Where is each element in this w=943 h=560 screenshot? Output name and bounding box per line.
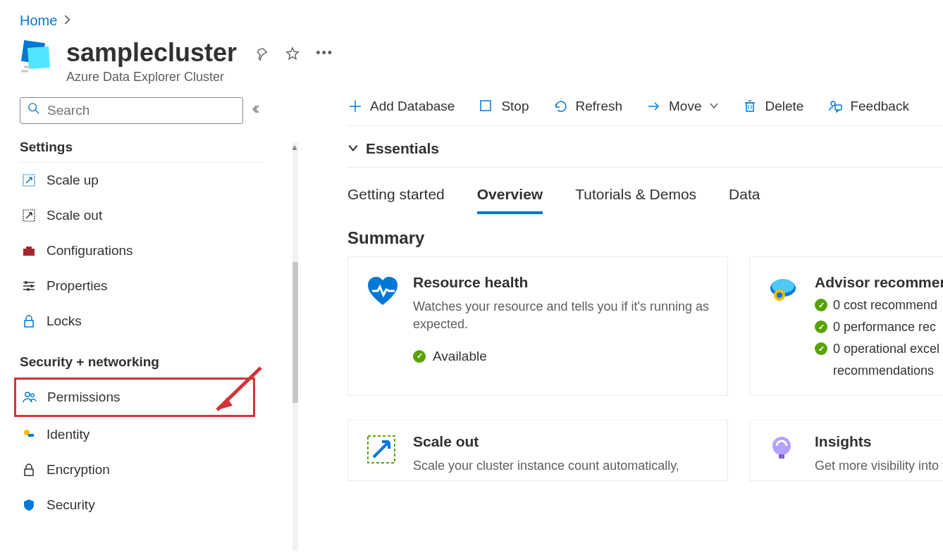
svg-point-36 <box>777 292 782 298</box>
svg-point-31 <box>831 101 835 106</box>
configurations-icon <box>21 243 37 259</box>
sidebar-item-configurations[interactable]: Configurations <box>20 233 263 268</box>
advisor-icon <box>767 274 802 309</box>
toolbar-label: Move <box>669 99 701 114</box>
star-icon[interactable] <box>285 46 300 61</box>
pin-icon[interactable] <box>254 46 269 61</box>
card-desc: Get more visibility into t <box>815 457 943 475</box>
chevron-down-icon <box>709 99 719 114</box>
svg-point-38 <box>772 437 791 455</box>
essentials-toggle[interactable]: Essentials <box>347 126 943 168</box>
toolbar-label: Add Database <box>370 99 455 114</box>
more-icon[interactable]: ••• <box>316 46 331 61</box>
move-button[interactable]: Move <box>646 99 718 114</box>
heart-pulse-icon <box>365 274 400 309</box>
card-title: Scale out <box>413 433 679 450</box>
advisor-item: ✓0 cost recommend <box>815 298 943 313</box>
stop-button[interactable]: Stop <box>479 99 529 114</box>
breadcrumb-home[interactable]: Home <box>20 13 57 29</box>
sidebar-item-label: Properties <box>47 278 108 294</box>
permissions-icon <box>22 390 37 405</box>
svg-rect-1 <box>27 46 50 69</box>
svg-line-5 <box>36 111 39 114</box>
search-input-wrap[interactable] <box>20 97 243 124</box>
advisor-item: ✓0 performance rec <box>815 320 943 335</box>
scroll-up-arrow-icon[interactable]: ▲ <box>290 142 299 152</box>
cluster-icon <box>20 39 55 74</box>
chevron-right-icon <box>64 15 71 27</box>
svg-rect-20 <box>28 434 34 437</box>
page-header: samplecluster Azure Data Explorer Cluste… <box>0 29 943 97</box>
card-title: Insights <box>815 433 943 450</box>
toolbar-label: Stop <box>501 99 529 114</box>
advisor-item: recommendations <box>815 363 943 378</box>
svg-rect-39 <box>779 454 784 459</box>
card-desc: Watches your resource and tells you if i… <box>413 298 710 333</box>
tab-overview[interactable]: Overview <box>477 186 543 214</box>
tab-data[interactable]: Data <box>729 186 760 214</box>
add-database-button[interactable]: Add Database <box>347 99 455 114</box>
sidebar-item-scale-up[interactable]: Scale up <box>20 163 263 198</box>
toolbar: Add Database Stop Refresh Move <box>347 99 943 126</box>
status-text: Available <box>433 349 487 364</box>
main-content: Add Database Stop Refresh Move <box>263 97 943 481</box>
sidebar-item-permissions[interactable]: Permissions <box>14 378 255 417</box>
check-icon: ✓ <box>815 299 827 311</box>
feedback-button[interactable]: Feedback <box>827 99 908 114</box>
properties-icon <box>21 278 37 294</box>
search-icon <box>27 102 40 118</box>
stop-icon <box>479 99 494 114</box>
scale-out-card[interactable]: Scale out Scale your cluster instance co… <box>347 420 728 481</box>
sidebar-group-security: Security + networking <box>20 339 263 378</box>
sidebar-item-security[interactable]: Security <box>20 487 263 523</box>
insights-card[interactable]: Insights Get more visibility into t <box>749 420 943 481</box>
collapse-sidebar-icon[interactable] <box>252 104 263 118</box>
svg-rect-21 <box>25 469 33 475</box>
encryption-icon <box>21 462 37 478</box>
svg-point-15 <box>27 288 30 291</box>
identity-icon <box>21 427 37 442</box>
page-title: samplecluster <box>66 39 237 67</box>
scale-up-icon <box>21 173 37 188</box>
svg-point-13 <box>30 285 33 287</box>
chevron-down-icon <box>347 140 359 157</box>
tabs: Getting started Overview Tutorials & Dem… <box>347 168 943 214</box>
card-title: Resource health <box>413 274 710 291</box>
sidebar-item-scale-out[interactable]: Scale out <box>20 198 263 233</box>
page-subtitle: Azure Data Explorer Cluster <box>66 70 237 85</box>
card-desc: Scale your cluster instance count automa… <box>413 457 679 475</box>
svg-point-4 <box>29 104 37 111</box>
sidebar-group-settings: Settings <box>20 124 263 163</box>
refresh-button[interactable]: Refresh <box>553 99 623 114</box>
sidebar-item-properties[interactable]: Properties <box>20 268 263 304</box>
check-icon: ✓ <box>815 321 827 333</box>
sidebar-item-label: Configurations <box>47 243 133 259</box>
sidebar-item-locks[interactable]: Locks <box>20 304 263 339</box>
toolbar-label: Delete <box>765 99 804 114</box>
breadcrumb: Home <box>0 0 943 29</box>
advisor-item: ✓0 operational excel <box>815 342 943 356</box>
scale-out-card-icon <box>365 433 400 468</box>
shield-icon <box>21 497 37 513</box>
advisor-card[interactable]: Advisor recommend ✓0 cost recommend ✓0 p… <box>749 256 943 396</box>
check-icon: ✓ <box>413 350 426 363</box>
feedback-icon <box>827 99 843 114</box>
svg-rect-32 <box>835 105 842 110</box>
svg-rect-16 <box>25 321 33 327</box>
delete-button[interactable]: Delete <box>743 99 804 114</box>
svg-point-11 <box>25 281 27 284</box>
svg-point-17 <box>25 392 30 397</box>
sidebar-item-encryption[interactable]: Encryption <box>20 452 263 487</box>
refresh-icon <box>553 99 569 114</box>
arrow-right-icon <box>646 99 662 114</box>
resource-health-card[interactable]: Resource health Watches your resource an… <box>347 256 728 396</box>
sidebar-item-label: Identity <box>47 427 90 442</box>
svg-rect-8 <box>23 249 35 256</box>
sidebar-scrollbar[interactable] <box>292 142 298 551</box>
sidebar-item-identity[interactable]: Identity <box>20 417 263 452</box>
card-title: Advisor recommend <box>815 274 943 291</box>
tab-getting-started[interactable]: Getting started <box>347 186 445 214</box>
search-input[interactable] <box>46 102 235 119</box>
tab-tutorials[interactable]: Tutorials & Demos <box>575 186 696 214</box>
check-icon: ✓ <box>815 342 827 355</box>
